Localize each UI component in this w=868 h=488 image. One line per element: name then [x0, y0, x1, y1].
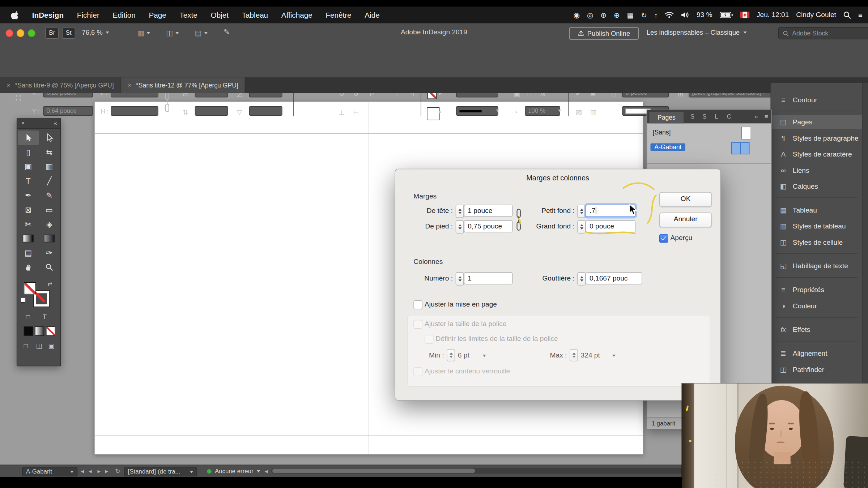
de-tete-field[interactable]: 1 pouce — [464, 205, 513, 217]
arrange-documents-dropdown[interactable]: ▤ — [195, 29, 208, 37]
direct-selection-tool[interactable] — [39, 130, 60, 145]
petit-fond-stepper[interactable] — [577, 205, 586, 218]
menu-item-texte[interactable]: Texte — [179, 11, 197, 19]
page-number-dropdown[interactable]: A-Gabarit — [22, 467, 77, 476]
pen-tool[interactable]: ✒ — [18, 188, 39, 202]
adjust-layout-checkbox[interactable] — [413, 300, 422, 309]
menu-item-tableau[interactable]: Tableau — [242, 11, 268, 19]
window-minimize-button[interactable] — [17, 29, 24, 37]
menu-item-page[interactable]: Page — [149, 11, 166, 19]
rectangle-tool[interactable]: ▭ — [39, 202, 60, 217]
stroke-swatch[interactable] — [34, 291, 49, 307]
preview-checkbox[interactable] — [659, 234, 668, 243]
tab-close-icon[interactable]: × — [7, 81, 10, 89]
view-options-dropdown[interactable]: ▥ — [137, 29, 150, 37]
link-margins-chain-icon[interactable] — [515, 207, 522, 232]
dock-item-tableau[interactable]: ▦Tableau — [771, 203, 868, 217]
min-value[interactable]: 6 pt — [458, 351, 469, 359]
dock-item-alignement[interactable]: ≣Alignement — [771, 346, 868, 360]
swap-fill-stroke-icon[interactable]: ⇄ — [48, 281, 52, 287]
previous-page-button[interactable]: ◂ — [89, 467, 92, 475]
min-caret-icon[interactable] — [483, 355, 486, 357]
menu-item-fichier[interactable]: Fichier — [77, 11, 99, 19]
default-fill-stroke-icon[interactable] — [21, 297, 26, 303]
line-tool[interactable]: ╱ — [39, 174, 60, 188]
opacity-caret-icon[interactable] — [558, 110, 561, 112]
menu-clock[interactable]: Jeu. 12:01 — [757, 11, 789, 19]
scissors-tool[interactable]: ✂ — [18, 217, 39, 231]
dock-item-habillage[interactable]: ◱Habillage de texte — [771, 259, 868, 273]
dock-item-liens[interactable]: ∞Liens — [771, 163, 868, 177]
gouttiere-field[interactable]: 0,1667 pouc — [586, 272, 642, 284]
opacity-field[interactable]: 100 % — [525, 106, 560, 116]
max-caret-icon[interactable] — [612, 355, 616, 357]
presentation-mode-icon[interactable]: ▣ — [48, 342, 54, 350]
master-spread-thumbnail-right[interactable] — [740, 142, 749, 154]
menu-item-fenetre[interactable]: Fenêtre — [326, 11, 351, 19]
content-collector-tool[interactable]: ▣ — [18, 159, 39, 174]
bridge-badge[interactable]: Br — [46, 28, 59, 39]
y-field[interactable]: 0,64 pouce — [43, 106, 93, 116]
selection-tool[interactable] — [18, 130, 39, 145]
pages-panel-tab[interactable]: Pages — [649, 112, 684, 123]
next-page-button[interactable]: ▸ — [97, 467, 100, 475]
gradient-feather-tool[interactable] — [39, 231, 60, 246]
dock-item-proprietes[interactable]: ≡Propriétés — [771, 283, 868, 296]
workspace-switcher[interactable]: Les indispensables – Classique — [647, 29, 747, 37]
spotlight-search-icon[interactable] — [843, 11, 851, 19]
formatting-affects-container-icon[interactable]: □ — [26, 313, 30, 321]
grid-menu-icon[interactable]: ▦ — [627, 11, 634, 19]
window-close-button[interactable] — [5, 29, 13, 37]
volume-icon[interactable] — [681, 12, 689, 18]
zoom-tool[interactable] — [39, 260, 60, 274]
preview-mode-icon[interactable]: ◫ — [36, 342, 42, 350]
menu-item-edition[interactable]: Edition — [113, 11, 136, 19]
first-page-button[interactable]: ◂ — [81, 467, 84, 475]
menu-item-affichage[interactable]: Affichage — [281, 11, 312, 19]
apply-color-button[interactable] — [24, 326, 33, 336]
apple-logo-icon[interactable] — [11, 10, 19, 19]
tools-panel-header[interactable]: × « — [17, 119, 60, 129]
tools-close-icon[interactable]: × — [21, 120, 25, 126]
panel-tab-liens[interactable]: L — [715, 113, 718, 119]
note-tool[interactable]: ▤ — [18, 246, 39, 260]
normal-view-mode-icon[interactable]: □ — [24, 342, 28, 350]
screen-record-icon[interactable]: ◉ — [574, 11, 580, 19]
preflight-profile-dropdown[interactable]: [Standard] (de tra... — [124, 467, 197, 476]
scroll-left-icon[interactable]: ◂ — [265, 467, 268, 475]
stroke-color-swatch[interactable] — [427, 108, 439, 119]
publish-online-button[interactable]: Publish Online — [569, 27, 639, 40]
plus-circle-menu-icon[interactable]: ⊕ — [614, 11, 620, 19]
tab-close-icon[interactable]: × — [128, 81, 132, 89]
ok-button[interactable]: OK — [659, 192, 712, 207]
opacity-icon[interactable]: ◔ — [514, 109, 518, 116]
canada-flag-icon[interactable] — [740, 12, 749, 18]
preflight-status-dropdown[interactable]: Aucune erreur — [204, 467, 265, 475]
petit-fond-field[interactable]: .7 — [586, 205, 635, 217]
grand-fond-stepper[interactable] — [577, 220, 586, 234]
menu-item-objet[interactable]: Objet — [211, 11, 229, 19]
stroke-type-caret-icon[interactable] — [496, 110, 499, 112]
type-tool[interactable]: T — [18, 174, 39, 188]
dock-item-couleur[interactable]: ◑Couleur — [771, 299, 868, 313]
annotate-icon[interactable]: ✎ — [224, 28, 230, 36]
gouttiere-stepper[interactable] — [577, 272, 586, 286]
pencil-tool[interactable]: ✎ — [39, 188, 60, 202]
zoom-level-dropdown[interactable]: 76,6 % — [82, 29, 110, 37]
window-zoom-button[interactable] — [28, 29, 35, 37]
dock-item-styles-paragraphe[interactable]: ¶Styles de paragraphe — [771, 131, 868, 145]
master-spread-thumbnail-left[interactable] — [731, 142, 741, 154]
panel-overflow-icon[interactable]: » — [754, 113, 758, 119]
stroke-swatch-arrow-icon[interactable]: ▸ — [439, 109, 442, 115]
numero-field[interactable]: 1 — [464, 272, 513, 284]
master-a-gabarit[interactable]: A-Gabarit — [650, 143, 685, 151]
height-field[interactable] — [111, 106, 158, 116]
page-tool[interactable]: ▯ — [18, 145, 39, 159]
scale-y-field[interactable] — [195, 106, 228, 116]
content-placer-tool[interactable]: ▥ — [39, 159, 60, 174]
screen-mode-dropdown[interactable]: ◫ — [166, 29, 179, 37]
panel-menu-icon[interactable]: ≡ — [765, 113, 768, 119]
wifi-icon[interactable] — [665, 12, 674, 18]
master-none[interactable]: [Sans] — [653, 129, 671, 136]
tools-collapse-icon[interactable]: « — [54, 120, 57, 126]
